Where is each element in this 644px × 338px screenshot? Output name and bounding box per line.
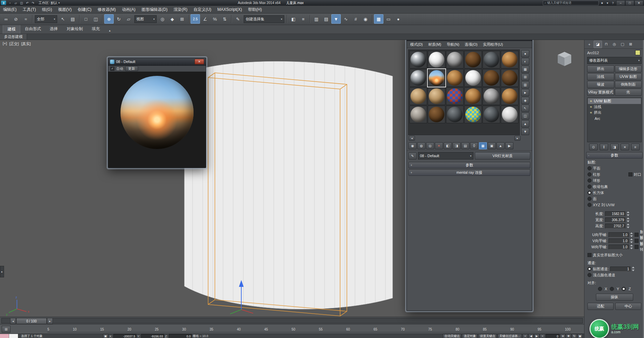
panel-tab-display[interactable]: ▢ — [619, 41, 626, 48]
render-production-button[interactable]: ● — [394, 14, 403, 24]
timeline-tick[interactable]: 30 — [182, 328, 186, 332]
tile-field[interactable]: 1.0 — [608, 238, 629, 244]
modifier-button[interactable]: 挤出 — [587, 65, 614, 72]
time-slider-track[interactable] — [1, 318, 583, 323]
animation-button[interactable]: 选定对象 — [462, 334, 478, 338]
ribbon-tab[interactable]: 选择 — [45, 25, 62, 34]
sign-in-icon[interactable]: ★ — [599, 1, 605, 5]
modifier-button[interactable]: 法线 — [587, 73, 614, 80]
manipulate-button[interactable]: 操纵 — [596, 294, 633, 301]
panel-tab-create[interactable]: + — [585, 41, 593, 48]
rectangular-selection-region-button[interactable]: □ — [81, 14, 91, 24]
axis-radio-y[interactable] — [610, 287, 614, 291]
select-and-manipulate-button[interactable]: ◆ — [168, 14, 177, 24]
y-coordinate-field[interactable]: -9156.03 — [141, 334, 164, 338]
material-sample-slot[interactable] — [501, 106, 518, 123]
previous-frame-icon[interactable]: ◄ — [10, 318, 16, 324]
window-crossing-button[interactable]: ◫ — [91, 14, 101, 24]
scroll-up-icon[interactable]: ▲ — [521, 120, 529, 127]
fit-button[interactable]: 适配 — [587, 303, 614, 310]
modifier-button[interactable]: UVW 贴图 — [615, 73, 642, 80]
video-color-check-icon[interactable]: ▥ — [521, 81, 529, 88]
dimension-field[interactable]: 1582.93 — [605, 211, 625, 216]
timeline-tick[interactable]: 20 — [128, 328, 131, 332]
undo-icon[interactable]: ↶ — [24, 1, 30, 5]
toggle-ribbon-button[interactable]: ▼ — [331, 14, 341, 24]
spinner-control[interactable] — [627, 224, 630, 228]
tile-field[interactable]: 1.0 — [608, 245, 629, 250]
search-input[interactable]: ⌕ 键入关键字或短语 — [543, 1, 599, 5]
backlight-icon[interactable]: ◐ — [521, 58, 529, 65]
timeline-tick[interactable]: 55 — [319, 328, 323, 332]
menu-item[interactable]: 编辑(E) — [0, 6, 20, 13]
tile-field[interactable]: 1.0 — [608, 232, 629, 237]
material-sample-slot[interactable] — [464, 69, 482, 87]
reference-coordinate-system-dropdown[interactable]: 视图▾ — [134, 15, 157, 23]
modifier-button[interactable]: 倒角剖面 — [615, 81, 642, 88]
mapping-radio[interactable] — [587, 178, 592, 183]
z-coordinate-field[interactable]: 0.0 — [169, 334, 192, 338]
playback-button[interactable]: ▶ — [534, 334, 539, 338]
timeline-tick[interactable]: 65 — [374, 328, 377, 332]
viewcube[interactable] — [554, 49, 575, 71]
dimension-field[interactable]: 2702.7 — [605, 224, 625, 229]
scroll-right-icon[interactable]: ► — [514, 136, 520, 141]
ribbon-tab[interactable]: 自由形式 — [20, 25, 45, 34]
timeline-tick[interactable]: 15 — [100, 328, 104, 332]
save-file-icon[interactable]: ◫ — [19, 1, 24, 5]
spinner-control[interactable] — [630, 245, 633, 249]
curve-editor-button[interactable]: ∿ — [341, 14, 351, 24]
menu-item[interactable]: 视图(V) — [55, 6, 75, 13]
material-sample-slot[interactable] — [501, 69, 518, 87]
pan-icon[interactable]: ✚ — [566, 334, 571, 338]
x-coordinate-field[interactable]: -20037.5 — [113, 334, 136, 338]
material-sample-slot[interactable] — [409, 87, 427, 105]
render-window-title-bar[interactable]: 08 - Default ✕ — [108, 58, 206, 66]
material-sample-slot[interactable] — [483, 69, 500, 87]
material-sample-slot[interactable] — [428, 87, 445, 105]
material-editor-menu-item[interactable]: 材质(M) — [425, 42, 444, 47]
assign-material-to-selection-button[interactable]: ◎ — [426, 142, 434, 149]
center-button[interactable]: 中心 — [615, 303, 641, 310]
material-sample-slot[interactable] — [483, 106, 500, 123]
map-channel-field[interactable]: 1 — [610, 267, 630, 272]
mirror-button[interactable]: ◧ — [289, 14, 298, 24]
material-editor-button[interactable]: ◉ — [361, 14, 370, 24]
render-setup-button[interactable]: ▦ — [374, 14, 383, 24]
open-mini-curve-editor-icon[interactable]: ⊞ — [2, 326, 10, 333]
close-button[interactable]: ✕ — [635, 0, 643, 6]
time-slider-handle[interactable]: 0 / 100 — [16, 318, 47, 324]
modifier-list-dropdown[interactable]: 修改器列表 ▾ — [587, 57, 642, 64]
material-sample-slot[interactable] — [464, 106, 482, 123]
timeline-tick[interactable]: 5 — [47, 328, 49, 332]
material-sample-slot[interactable] — [428, 106, 445, 123]
animation-button[interactable]: 自动关键点 — [443, 334, 461, 338]
timeline-tick[interactable]: 70 — [401, 328, 405, 332]
go-forward-to-sibling-button[interactable]: ▶ — [505, 142, 513, 149]
material-sample-slot[interactable] — [409, 51, 427, 68]
ribbon-collapse-icon[interactable]: ▴ — [107, 27, 113, 34]
menu-item[interactable]: 修改器(M) — [94, 6, 119, 13]
arc-wall-object[interactable] — [184, 61, 393, 309]
track-bar-ruler[interactable]: 5101520253035404550556065707580859095100 — [47, 325, 571, 333]
mapping-radio[interactable] — [587, 185, 592, 189]
material-sample-slot[interactable] — [446, 69, 464, 87]
material-sample-slot[interactable] — [501, 51, 518, 68]
modifier-button[interactable]: VRay 置换模式 — [587, 89, 614, 96]
edit-named-selection-sets-button[interactable]: ✎ — [233, 14, 243, 24]
material-editor-options-icon[interactable]: ◈ — [521, 97, 529, 104]
ribbon-tab[interactable]: 填充 — [87, 25, 104, 34]
make-unique-button[interactable]: ◨ — [452, 142, 461, 149]
viewport-shading-menu[interactable]: [真实] — [21, 41, 31, 46]
viewport-layout-tab[interactable]: ▸ — [0, 266, 4, 277]
minimize-button[interactable]: – — [616, 0, 625, 6]
material-name-dropdown[interactable]: 08 - Default ▾ — [418, 152, 473, 160]
unlink-selection-button[interactable]: ⊘ — [11, 14, 21, 24]
material-editor-menu-item[interactable]: 模式(D) — [407, 42, 425, 47]
ribbon-tab[interactable]: 对象绘制 — [62, 25, 87, 34]
maximize-button[interactable]: □ — [625, 0, 634, 6]
rendered-frame-window-button[interactable]: ▭ — [384, 14, 393, 24]
put-to-library-button[interactable]: ▤ — [461, 142, 469, 149]
spinner-control[interactable] — [632, 267, 635, 271]
timeline-tick[interactable]: 35 — [209, 328, 213, 332]
